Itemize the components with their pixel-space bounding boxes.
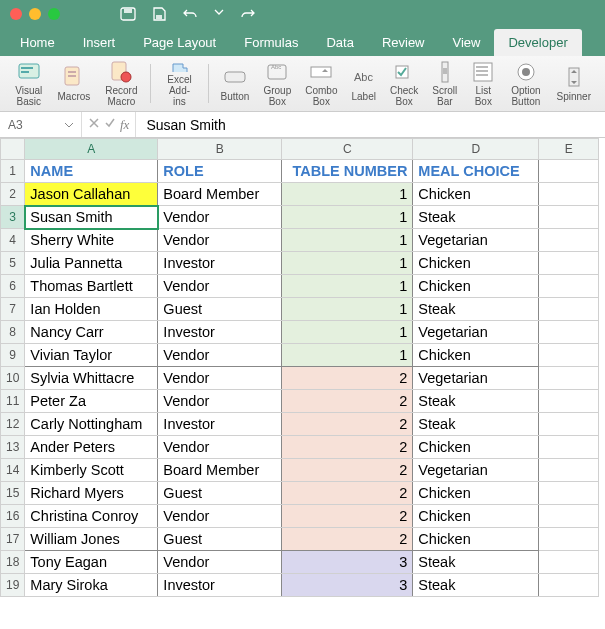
cell-D12[interactable]: Steak	[413, 413, 539, 436]
cell-B9[interactable]: Vendor	[158, 344, 282, 367]
cell-B10[interactable]: Vendor	[158, 367, 282, 390]
cell-D15[interactable]: Chicken	[413, 482, 539, 505]
cell-D13[interactable]: Chicken	[413, 436, 539, 459]
row-header-2[interactable]: 2	[1, 183, 25, 206]
maximize-window-button[interactable]	[48, 8, 60, 20]
record-macro-button[interactable]: Record Macro	[98, 60, 144, 107]
row-header-3[interactable]: 3	[1, 206, 25, 229]
check-box-button[interactable]: Check Box	[384, 60, 424, 107]
list-box-button[interactable]: List Box	[465, 60, 501, 107]
cell-E10[interactable]	[539, 367, 599, 390]
cell-D5[interactable]: Chicken	[413, 252, 539, 275]
cell-E17[interactable]	[539, 528, 599, 551]
cell-C8[interactable]: 1	[282, 321, 413, 344]
cell-D3[interactable]: Steak	[413, 206, 539, 229]
cell-C5[interactable]: 1	[282, 252, 413, 275]
row-header-9[interactable]: 9	[1, 344, 25, 367]
cell-A8[interactable]: Nancy Carr	[25, 321, 158, 344]
cell-D16[interactable]: Chicken	[413, 505, 539, 528]
cell-E19[interactable]	[539, 574, 599, 597]
excel-addins-button[interactable]: Excel Add-ins	[157, 60, 202, 107]
row-header-18[interactable]: 18	[1, 551, 25, 574]
tab-formulas[interactable]: Formulas	[230, 29, 312, 56]
tab-home[interactable]: Home	[6, 29, 69, 56]
cell-B1[interactable]: ROLE	[158, 160, 282, 183]
row-header-4[interactable]: 4	[1, 229, 25, 252]
cell-D7[interactable]: Steak	[413, 298, 539, 321]
cell-E8[interactable]	[539, 321, 599, 344]
cell-E7[interactable]	[539, 298, 599, 321]
cell-B2[interactable]: Board Member	[158, 183, 282, 206]
cell-E9[interactable]	[539, 344, 599, 367]
cell-B18[interactable]: Vendor	[158, 551, 282, 574]
form-button-button[interactable]: Button	[214, 60, 255, 107]
cell-C1[interactable]: TABLE NUMBER	[282, 160, 413, 183]
cell-A14[interactable]: Kimberly Scott	[25, 459, 158, 482]
cell-E15[interactable]	[539, 482, 599, 505]
cell-A6[interactable]: Thomas Bartlett	[25, 275, 158, 298]
cell-D2[interactable]: Chicken	[413, 183, 539, 206]
cell-E11[interactable]	[539, 390, 599, 413]
tab-insert[interactable]: Insert	[69, 29, 130, 56]
cell-C13[interactable]: 2	[282, 436, 413, 459]
cell-A5[interactable]: Julia Pannetta	[25, 252, 158, 275]
cell-E5[interactable]	[539, 252, 599, 275]
cell-C16[interactable]: 2	[282, 505, 413, 528]
cell-C19[interactable]: 3	[282, 574, 413, 597]
cell-A18[interactable]: Tony Eagan	[25, 551, 158, 574]
row-header-8[interactable]: 8	[1, 321, 25, 344]
cell-A10[interactable]: Sylvia Whittacre	[25, 367, 158, 390]
column-header-E[interactable]: E	[539, 139, 599, 160]
cell-D8[interactable]: Vegetarian	[413, 321, 539, 344]
cell-A17[interactable]: William Jones	[25, 528, 158, 551]
name-box[interactable]: A3	[0, 112, 82, 137]
close-window-button[interactable]	[10, 8, 22, 20]
cell-E14[interactable]	[539, 459, 599, 482]
row-header-19[interactable]: 19	[1, 574, 25, 597]
accept-formula-icon[interactable]	[104, 117, 116, 132]
row-header-6[interactable]: 6	[1, 275, 25, 298]
cell-A16[interactable]: Christina Conroy	[25, 505, 158, 528]
row-header-12[interactable]: 12	[1, 413, 25, 436]
cell-E13[interactable]	[539, 436, 599, 459]
cell-A12[interactable]: Carly Nottingham	[25, 413, 158, 436]
cell-B12[interactable]: Investor	[158, 413, 282, 436]
cell-C12[interactable]: 2	[282, 413, 413, 436]
combo-box-button[interactable]: Combo Box	[299, 60, 343, 107]
cell-A4[interactable]: Sherry White	[25, 229, 158, 252]
cell-C15[interactable]: 2	[282, 482, 413, 505]
cell-B16[interactable]: Vendor	[158, 505, 282, 528]
cell-B6[interactable]: Vendor	[158, 275, 282, 298]
cell-C11[interactable]: 2	[282, 390, 413, 413]
visual-basic-button[interactable]: Visual Basic	[8, 60, 50, 107]
cell-A9[interactable]: Vivian Taylor	[25, 344, 158, 367]
group-box-button[interactable]: Abc Group Box	[257, 60, 297, 107]
cell-D18[interactable]: Steak	[413, 551, 539, 574]
cell-C6[interactable]: 1	[282, 275, 413, 298]
fx-icon[interactable]: fx	[120, 117, 129, 133]
cell-D6[interactable]: Chicken	[413, 275, 539, 298]
cell-D17[interactable]: Chicken	[413, 528, 539, 551]
row-header-7[interactable]: 7	[1, 298, 25, 321]
autosave-icon[interactable]	[120, 7, 136, 21]
row-header-15[interactable]: 15	[1, 482, 25, 505]
cell-E12[interactable]	[539, 413, 599, 436]
worksheet[interactable]: ABCDE1NAMEROLETABLE NUMBERMEAL CHOICE2Ja…	[0, 138, 605, 597]
cell-E1[interactable]	[539, 160, 599, 183]
row-header-1[interactable]: 1	[1, 160, 25, 183]
macros-button[interactable]: Macros	[52, 60, 97, 107]
cell-C7[interactable]: 1	[282, 298, 413, 321]
column-header-A[interactable]: A	[25, 139, 158, 160]
cell-B3[interactable]: Vendor	[158, 206, 282, 229]
cell-E6[interactable]	[539, 275, 599, 298]
minimize-window-button[interactable]	[29, 8, 41, 20]
cell-E16[interactable]	[539, 505, 599, 528]
cell-E4[interactable]	[539, 229, 599, 252]
tab-review[interactable]: Review	[368, 29, 439, 56]
cell-B7[interactable]: Guest	[158, 298, 282, 321]
cell-D11[interactable]: Steak	[413, 390, 539, 413]
row-header-14[interactable]: 14	[1, 459, 25, 482]
cell-B5[interactable]: Investor	[158, 252, 282, 275]
tab-developer[interactable]: Developer	[494, 29, 581, 56]
cell-A13[interactable]: Ander Peters	[25, 436, 158, 459]
